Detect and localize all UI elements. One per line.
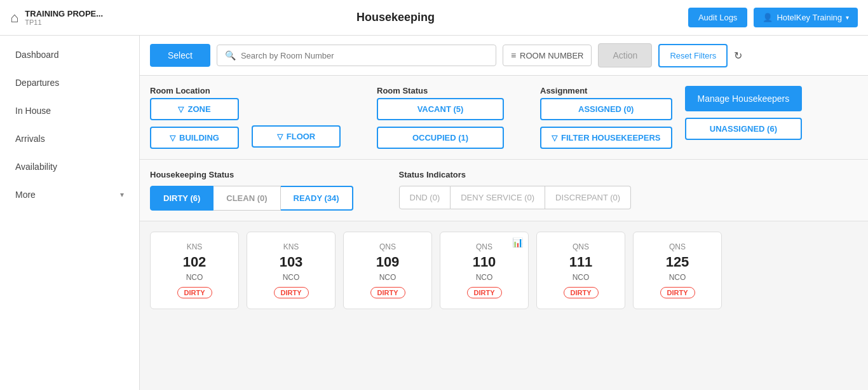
deny-service-filter-button[interactable]: DENY SERVICE (0) [451, 186, 545, 209]
room-card[interactable]: KNS103NCODIRTY [247, 232, 336, 309]
assigned-filter-button[interactable]: ASSIGNED (0) [540, 98, 672, 120]
card-status-text: NCO [669, 273, 686, 282]
card-status-text: NCO [379, 273, 397, 282]
floor-filter-button[interactable]: ▽ FLOOR [252, 125, 341, 148]
vacant-label: VACANT (5) [417, 104, 464, 114]
card-type: KNS [187, 242, 203, 251]
room-card[interactable]: QNS125NCODIRTY [633, 232, 722, 309]
clean-filter-button[interactable]: CLEAN (0) [214, 186, 280, 211]
sidebar-item-arrivals[interactable]: Arrivals [0, 125, 139, 153]
filter-icon: ▽ [277, 132, 283, 141]
sidebar-label-dashboard: Dashboard [15, 50, 59, 60]
occupied-label: OCCUPIED (1) [412, 133, 468, 143]
toolbar: Select 🔍 ≡ ROOM NUMBER Action Reset Filt… [140, 36, 868, 76]
top-header: ⌂ TRAINING PROPE... TP11 Housekeeping Au… [0, 0, 868, 36]
card-number: 111 [569, 254, 593, 270]
sidebar: Dashboard Departures In House Arrivals A… [0, 36, 140, 390]
room-card[interactable]: QNS111NCODIRTY [536, 232, 625, 309]
filter-icon: ▽ [170, 134, 175, 143]
card-dirty-badge: DIRTY [177, 287, 212, 298]
cards-section: KNS102NCODIRTYKNS103NCODIRTYQNS109NCODIR… [140, 221, 868, 319]
occupied-filter-button[interactable]: OCCUPIED (1) [377, 127, 504, 149]
filter-hk-label: FILTER HOUSEKEEPERS [561, 133, 661, 143]
search-icon: 🔍 [225, 50, 236, 60]
card-number: 102 [183, 254, 207, 270]
main-content: Select 🔍 ≡ ROOM NUMBER Action Reset Filt… [140, 36, 868, 390]
main-layout: Dashboard Departures In House Arrivals A… [0, 36, 868, 390]
room-location-group: Room Location ▽ ZONE ▽ BUILDING [150, 86, 239, 149]
sidebar-item-inhouse[interactable]: In House [0, 97, 139, 125]
card-type: QNS [379, 242, 396, 251]
discrepant-filter-button[interactable]: DISCREPANT (0) [545, 186, 631, 209]
card-number: 125 [666, 254, 689, 270]
card-type: KNS [283, 242, 299, 251]
manage-housekeepers-button[interactable]: Manage Housekeepers [685, 86, 803, 111]
audit-logs-button[interactable]: Audit Logs [688, 8, 747, 27]
logo-area: ⌂ TRAINING PROPE... TP11 [10, 9, 103, 26]
dirty-filter-button[interactable]: DIRTY (6) [150, 186, 214, 211]
floor-label: FLOOR [287, 132, 316, 141]
sidebar-label-availability: Availability [15, 162, 57, 172]
header-right: Audit Logs 👤 HotelKey Training ▾ [688, 8, 858, 27]
building-filter-button[interactable]: ▽ BUILDING [150, 127, 239, 149]
card-dirty-badge: DIRTY [370, 287, 405, 298]
search-input[interactable] [241, 51, 488, 60]
ready-filter-button[interactable]: READY (34) [281, 186, 353, 211]
assignment-label: Assignment [540, 86, 672, 95]
refresh-icon[interactable]: ↻ [734, 50, 742, 62]
vacant-filter-button[interactable]: VACANT (5) [377, 98, 504, 120]
room-location-col: ▽ ZONE ▽ BUILDING [150, 98, 239, 149]
card-dirty-badge: DIRTY [274, 287, 309, 298]
user-label: HotelKey Training [776, 13, 842, 22]
page-title: Housekeeping [356, 11, 435, 24]
card-number: 109 [376, 254, 400, 270]
sort-box[interactable]: ≡ ROOM NUMBER [503, 45, 592, 66]
room-card[interactable]: KNS102NCODIRTY [150, 232, 239, 309]
user-icon: 👤 [763, 13, 773, 22]
property-code: TP11 [25, 18, 103, 26]
property-name: TRAINING PROPE... [25, 9, 103, 18]
status-btns: DIRTY (6) CLEAN (0) READY (34) [150, 186, 353, 211]
card-dirty-badge: DIRTY [564, 287, 599, 298]
filter-hk-button[interactable]: ▽ FILTER HOUSEKEEPERS [540, 127, 672, 149]
card-type: QNS [573, 242, 589, 251]
sort-icon: ≡ [511, 50, 516, 60]
room-card[interactable]: QNS109NCODIRTY [343, 232, 432, 309]
sidebar-item-dashboard[interactable]: Dashboard [0, 41, 139, 69]
reset-filters-button[interactable]: Reset Filters [658, 44, 728, 67]
status-row: Housekeeping Status DIRTY (6) CLEAN (0) … [150, 170, 858, 211]
action-button[interactable]: Action [598, 43, 652, 67]
select-button[interactable]: Select [150, 44, 210, 67]
sidebar-item-availability[interactable]: Availability [0, 153, 139, 181]
logo-text: TRAINING PROPE... TP11 [25, 9, 103, 26]
room-card[interactable]: 📊QNS110NCODIRTY [440, 232, 529, 309]
card-status-text: NCO [186, 273, 203, 282]
sidebar-item-departures[interactable]: Departures [0, 69, 139, 97]
room-location-label: Room Location [150, 86, 239, 95]
sidebar-item-more[interactable]: More ▾ [0, 181, 139, 209]
unassigned-filter-button[interactable]: UNASSIGNED (6) [685, 118, 803, 140]
floor-group: ▽ FLOOR [252, 105, 341, 148]
search-box: 🔍 [217, 45, 496, 66]
unassigned-manage-group: Manage Housekeepers UNASSIGNED (6) [685, 86, 803, 140]
sidebar-label-inhouse: In House [15, 106, 51, 116]
status-section: Housekeeping Status DIRTY (6) CLEAN (0) … [140, 160, 868, 221]
filter-section: Room Location ▽ ZONE ▽ BUILDING [140, 76, 868, 160]
sidebar-label-arrivals: Arrivals [15, 134, 45, 144]
card-dirty-badge: DIRTY [660, 287, 695, 298]
housekeeping-status-group: Housekeeping Status DIRTY (6) CLEAN (0) … [150, 170, 353, 211]
zone-filter-button[interactable]: ▽ ZONE [150, 98, 239, 120]
zone-label: ZONE [187, 104, 210, 114]
sort-label: ROOM NUMBER [520, 51, 583, 60]
card-dirty-badge: DIRTY [467, 287, 502, 298]
user-menu-button[interactable]: 👤 HotelKey Training ▾ [754, 8, 858, 27]
building-label: BUILDING [179, 133, 219, 143]
room-status-label: Room Status [377, 86, 504, 95]
card-type: QNS [669, 242, 686, 251]
room-status-group: Room Status VACANT (5) OCCUPIED (1) [377, 86, 504, 149]
assignment-col: ASSIGNED (0) ▽ FILTER HOUSEKEEPERS [540, 98, 672, 149]
filter-row: Room Location ▽ ZONE ▽ BUILDING [150, 86, 858, 149]
status-indicators-group: Status Indicators DND (0) DENY SERVICE (… [399, 170, 632, 209]
dnd-filter-button[interactable]: DND (0) [399, 186, 451, 209]
card-activity-icon: 📊 [512, 237, 523, 247]
